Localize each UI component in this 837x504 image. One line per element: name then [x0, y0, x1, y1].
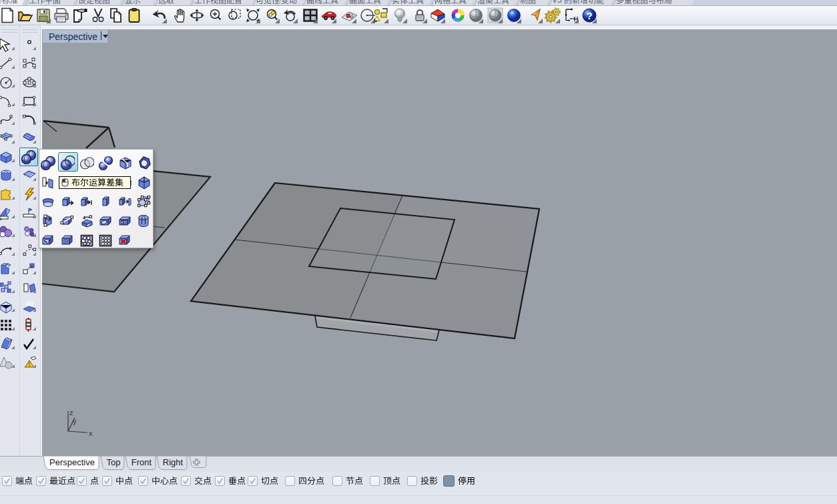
svg-text:y: y: [73, 417, 77, 425]
svg-text:z: z: [69, 409, 73, 417]
svg-text:x: x: [89, 429, 93, 437]
